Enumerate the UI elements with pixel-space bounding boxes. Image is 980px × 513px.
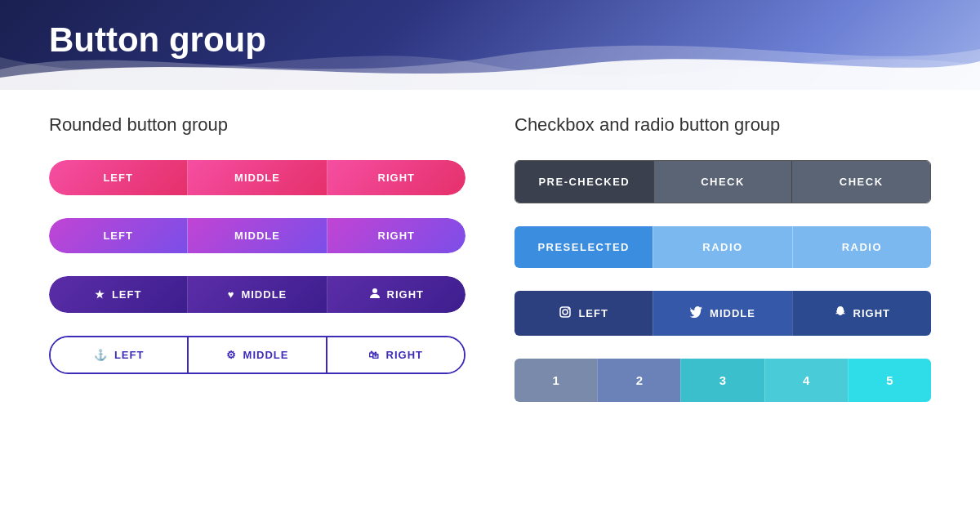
bag-icon: 🛍 xyxy=(368,349,380,361)
numbered-button-group: 1 2 3 4 5 xyxy=(514,359,931,402)
num-button-1[interactable]: 1 xyxy=(514,359,597,402)
main-content: Rounded button group LEFT MIDDLE RIGHT L… xyxy=(0,90,980,426)
dark-purple-left-button[interactable]: ★ LEFT xyxy=(49,276,187,313)
pink-button-group: LEFT MIDDLE RIGHT xyxy=(49,160,466,195)
heart-icon: ♥ xyxy=(228,288,235,301)
check-button-2[interactable]: CHECK xyxy=(791,161,930,203)
anchor-icon: ⚓ xyxy=(94,349,108,361)
twitter-icon xyxy=(690,306,703,321)
radio-button-2[interactable]: RADIO xyxy=(792,226,931,268)
pink-right-button[interactable]: RIGHT xyxy=(327,160,466,195)
right-section: Checkbox and radio button group PRE-CHEC… xyxy=(514,114,931,402)
purple-right-button[interactable]: RIGHT xyxy=(327,218,466,253)
right-section-title: Checkbox and radio button group xyxy=(514,114,931,136)
outlined-left-button[interactable]: ⚓ LEFT xyxy=(51,337,187,372)
num-button-2[interactable]: 2 xyxy=(597,359,680,402)
pre-checked-button[interactable]: PRE-CHECKED xyxy=(515,161,653,203)
svg-point-3 xyxy=(568,308,569,310)
num-button-3[interactable]: 3 xyxy=(680,359,764,402)
social-left-button[interactable]: LEFT xyxy=(514,291,653,336)
outlined-middle-button[interactable]: ⚙ MIDDLE xyxy=(187,337,325,372)
outlined-button-group: ⚓ LEFT ⚙ MIDDLE 🛍 RIGHT xyxy=(49,336,466,374)
radio-button-group: PRESELECTED RADIO RADIO xyxy=(514,226,931,268)
social-right-button[interactable]: RIGHT xyxy=(792,291,931,336)
left-section: Rounded button group LEFT MIDDLE RIGHT L… xyxy=(49,114,466,402)
purple-button-group: LEFT MIDDLE RIGHT xyxy=(49,218,466,253)
user-icon xyxy=(369,288,381,301)
radio-button-1[interactable]: RADIO xyxy=(653,226,791,268)
num-button-5[interactable]: 5 xyxy=(848,359,931,402)
purple-left-button[interactable]: LEFT xyxy=(49,218,187,253)
instagram-icon xyxy=(559,306,572,321)
checkbox-button-group: PRE-CHECKED CHECK CHECK xyxy=(514,160,931,203)
dark-purple-button-group: ★ LEFT ♥ MIDDLE RIGHT xyxy=(49,276,466,313)
svg-point-2 xyxy=(563,310,568,314)
outlined-right-button[interactable]: 🛍 RIGHT xyxy=(326,337,464,372)
preselected-button[interactable]: PRESELECTED xyxy=(514,226,653,268)
left-section-title: Rounded button group xyxy=(49,114,466,136)
snapchat-icon xyxy=(834,306,847,321)
page-title: Button group xyxy=(49,20,266,60)
header: Button group xyxy=(0,0,980,90)
dark-purple-middle-button[interactable]: ♥ MIDDLE xyxy=(187,276,326,313)
gear-icon: ⚙ xyxy=(226,349,237,361)
pink-middle-button[interactable]: MIDDLE xyxy=(187,160,326,195)
num-button-4[interactable]: 4 xyxy=(764,359,848,402)
pink-left-button[interactable]: LEFT xyxy=(49,160,187,195)
social-middle-button[interactable]: MIDDLE xyxy=(653,291,791,336)
purple-middle-button[interactable]: MIDDLE xyxy=(187,218,326,253)
check-button-1[interactable]: CHECK xyxy=(653,161,792,203)
star-icon: ★ xyxy=(95,288,105,301)
social-button-group: LEFT MIDDLE RIGHT xyxy=(514,291,931,336)
dark-purple-right-button[interactable]: RIGHT xyxy=(327,276,466,313)
svg-point-0 xyxy=(372,288,377,293)
